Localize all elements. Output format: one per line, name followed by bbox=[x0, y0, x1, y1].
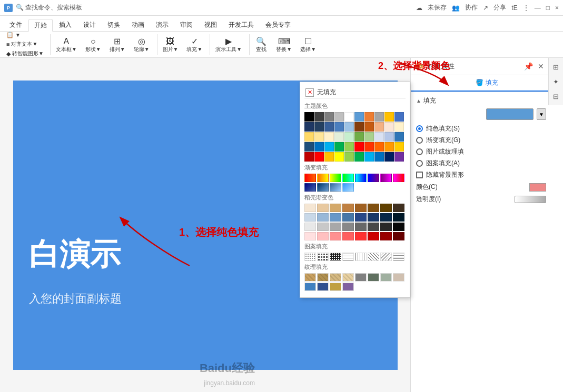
solid-fill-radio[interactable] bbox=[416, 125, 423, 132]
straw-swatch[interactable] bbox=[330, 223, 341, 231]
straw-swatch[interactable] bbox=[342, 204, 354, 212]
straw-swatch[interactable] bbox=[368, 204, 379, 212]
straw-swatch[interactable] bbox=[317, 232, 329, 240]
tab-insert[interactable]: 插入 bbox=[54, 18, 77, 31]
pattern-fill-radio[interactable] bbox=[416, 160, 423, 167]
pattern-swatch[interactable] bbox=[330, 253, 341, 261]
tab-vip[interactable]: 会员专享 bbox=[260, 18, 296, 31]
texture-swatch[interactable] bbox=[342, 283, 354, 291]
theme-color-swatch[interactable] bbox=[394, 142, 404, 152]
theme-color-swatch[interactable] bbox=[324, 122, 334, 132]
theme-color-swatch[interactable] bbox=[314, 122, 324, 132]
theme-color-swatch[interactable] bbox=[374, 122, 384, 132]
gradient-swatch[interactable] bbox=[317, 174, 329, 182]
theme-color-swatch[interactable] bbox=[304, 112, 314, 122]
picture-fill-radio[interactable] bbox=[416, 148, 423, 155]
theme-color-swatch[interactable] bbox=[354, 132, 364, 142]
gradient-swatch[interactable] bbox=[342, 174, 354, 182]
theme-color-swatch[interactable] bbox=[384, 112, 394, 122]
straw-swatch[interactable] bbox=[317, 223, 329, 231]
pattern-swatch[interactable] bbox=[317, 253, 329, 261]
share-label[interactable]: 分享 bbox=[493, 3, 506, 12]
smart-shape-btn[interactable]: ◆ 转智能图形▼ bbox=[4, 49, 46, 58]
straw-swatch[interactable] bbox=[304, 232, 316, 240]
theme-color-swatch[interactable] bbox=[324, 142, 334, 152]
gradient-swatch[interactable] bbox=[330, 174, 341, 182]
outline-btn[interactable]: ◎ 轮廓▼ bbox=[131, 35, 153, 54]
straw-swatch[interactable] bbox=[317, 204, 329, 212]
picture-fill-option[interactable]: 图片或纹理填 bbox=[416, 147, 546, 156]
solid-fill-option[interactable]: 纯色填充(S) bbox=[416, 124, 546, 133]
theme-color-swatch[interactable] bbox=[374, 142, 384, 152]
straw-swatch[interactable] bbox=[393, 204, 404, 212]
replace-btn[interactable]: ⌨ 替换▼ bbox=[273, 35, 295, 54]
theme-color-swatch[interactable] bbox=[384, 152, 394, 162]
theme-color-swatch[interactable] bbox=[374, 132, 384, 142]
theme-color-swatch[interactable] bbox=[314, 112, 324, 122]
textbox-btn[interactable]: A 文本框▼ bbox=[53, 35, 80, 54]
straw-swatch[interactable] bbox=[355, 204, 367, 212]
theme-color-swatch[interactable] bbox=[364, 122, 374, 132]
minimize-btn[interactable]: — bbox=[535, 4, 541, 12]
tab-animation[interactable]: 动画 bbox=[126, 18, 150, 31]
gradient-swatch[interactable] bbox=[342, 183, 354, 192]
side-btn-3[interactable]: ⊟ bbox=[550, 91, 562, 102]
gradient-swatch[interactable] bbox=[330, 183, 341, 192]
tab-view[interactable]: 视图 bbox=[199, 18, 222, 31]
straw-swatch[interactable] bbox=[368, 223, 379, 231]
theme-color-swatch[interactable] bbox=[324, 132, 334, 142]
close-btn[interactable]: × bbox=[555, 4, 559, 12]
texture-swatch[interactable] bbox=[304, 283, 316, 291]
theme-color-swatch[interactable] bbox=[364, 152, 374, 162]
pattern-swatch[interactable] bbox=[393, 253, 404, 261]
pattern-fill-option[interactable]: 图案填充(A) bbox=[416, 159, 546, 168]
gradient-swatch[interactable] bbox=[368, 174, 379, 182]
pattern-swatch[interactable] bbox=[355, 253, 367, 261]
theme-color-swatch[interactable] bbox=[334, 122, 344, 132]
color-dropdown-btn[interactable]: ▼ bbox=[537, 108, 546, 120]
texture-swatch[interactable] bbox=[342, 273, 354, 282]
transparency-slider[interactable] bbox=[515, 196, 546, 203]
straw-swatch[interactable] bbox=[330, 204, 341, 212]
theme-color-swatch[interactable] bbox=[384, 142, 394, 152]
theme-color-swatch[interactable] bbox=[394, 152, 404, 162]
gradient-swatch[interactable] bbox=[304, 183, 316, 192]
shape-btn[interactable]: ○ 形状▼ bbox=[82, 35, 104, 54]
tab-design[interactable]: 设计 bbox=[78, 18, 101, 31]
select-btn[interactable]: ☐ 选择▼ bbox=[297, 35, 319, 54]
tab-review[interactable]: 审阅 bbox=[175, 18, 198, 31]
theme-color-swatch[interactable] bbox=[304, 122, 314, 132]
theme-color-swatch[interactable] bbox=[324, 152, 334, 162]
theme-color-swatch[interactable] bbox=[354, 142, 364, 152]
theme-color-swatch[interactable] bbox=[364, 112, 374, 122]
theme-color-swatch[interactable] bbox=[374, 152, 384, 162]
theme-color-swatch[interactable] bbox=[344, 112, 354, 122]
theme-color-swatch[interactable] bbox=[344, 132, 354, 142]
present-tool-btn[interactable]: ▶ 演示工具▼ bbox=[212, 35, 245, 54]
texture-swatch[interactable] bbox=[304, 273, 316, 282]
straw-swatch[interactable] bbox=[330, 232, 341, 240]
straw-swatch[interactable] bbox=[368, 232, 379, 240]
straw-swatch[interactable] bbox=[355, 213, 367, 222]
theme-color-swatch[interactable] bbox=[334, 152, 344, 162]
theme-color-swatch[interactable] bbox=[334, 142, 344, 152]
theme-color-swatch[interactable] bbox=[354, 122, 364, 132]
pin-btn[interactable]: 📌 bbox=[523, 61, 534, 72]
gradient-swatch[interactable] bbox=[355, 174, 367, 182]
side-btn-2[interactable]: ✦ bbox=[550, 76, 562, 87]
collab-label[interactable]: 协作 bbox=[465, 3, 478, 12]
texture-swatch[interactable] bbox=[317, 273, 329, 282]
texture-swatch[interactable] bbox=[393, 273, 404, 282]
more-btn[interactable]: ⋮ bbox=[523, 4, 529, 12]
gradient-fill-radio[interactable] bbox=[416, 137, 423, 144]
texture-swatch[interactable] bbox=[330, 283, 341, 291]
straw-swatch[interactable] bbox=[368, 213, 379, 222]
texture-swatch[interactable] bbox=[355, 273, 367, 282]
straw-swatch[interactable] bbox=[355, 223, 367, 231]
panel-tab-fill[interactable]: 🪣 填充 bbox=[411, 75, 563, 92]
color-preview-box[interactable] bbox=[486, 108, 534, 120]
straw-swatch[interactable] bbox=[393, 223, 404, 231]
tab-dev[interactable]: 开发工具 bbox=[223, 18, 259, 31]
texture-swatch[interactable] bbox=[368, 273, 379, 282]
no-fill-option[interactable]: ✕ 无填充 bbox=[304, 86, 406, 99]
